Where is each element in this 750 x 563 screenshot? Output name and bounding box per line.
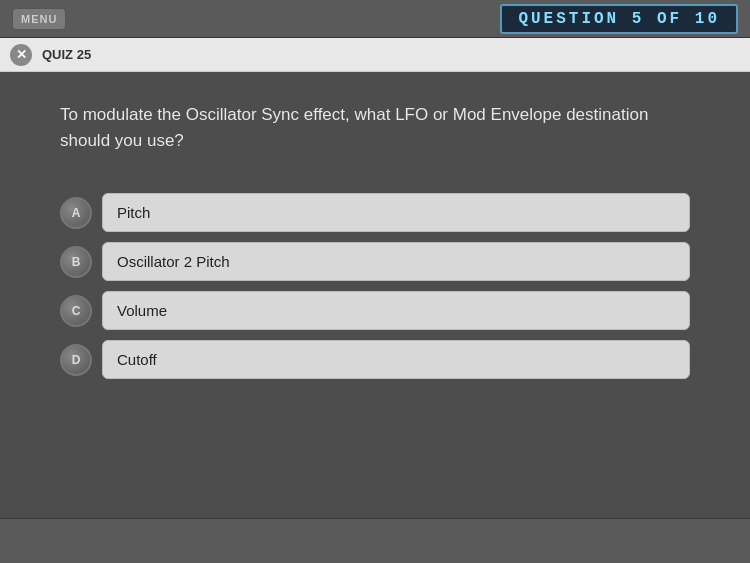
answer-row: BOscillator 2 Pitch: [60, 242, 690, 281]
answer-label-b[interactable]: B: [60, 246, 92, 278]
menu-button[interactable]: MENU: [12, 8, 66, 30]
answer-option-a[interactable]: Pitch: [102, 193, 690, 232]
question-text: To modulate the Oscillator Sync effect, …: [60, 102, 690, 153]
answer-label-a[interactable]: A: [60, 197, 92, 229]
quiz-title: QUIZ 25: [42, 47, 91, 62]
close-button[interactable]: ✕: [10, 44, 32, 66]
main-content: To modulate the Oscillator Sync effect, …: [0, 72, 750, 563]
top-bar: MENU QUESTION 5 OF 10: [0, 0, 750, 38]
bottom-area: [0, 518, 750, 563]
answer-option-c[interactable]: Volume: [102, 291, 690, 330]
answers-container: APitchBOscillator 2 PitchCVolumeDCutoff: [60, 193, 690, 379]
answer-label-d[interactable]: D: [60, 344, 92, 376]
answer-option-b[interactable]: Oscillator 2 Pitch: [102, 242, 690, 281]
quiz-header: ✕ QUIZ 25: [0, 38, 750, 72]
answer-row: APitch: [60, 193, 690, 232]
answer-row: DCutoff: [60, 340, 690, 379]
answer-label-c[interactable]: C: [60, 295, 92, 327]
question-counter: QUESTION 5 OF 10: [500, 4, 738, 34]
answer-row: CVolume: [60, 291, 690, 330]
answer-option-d[interactable]: Cutoff: [102, 340, 690, 379]
